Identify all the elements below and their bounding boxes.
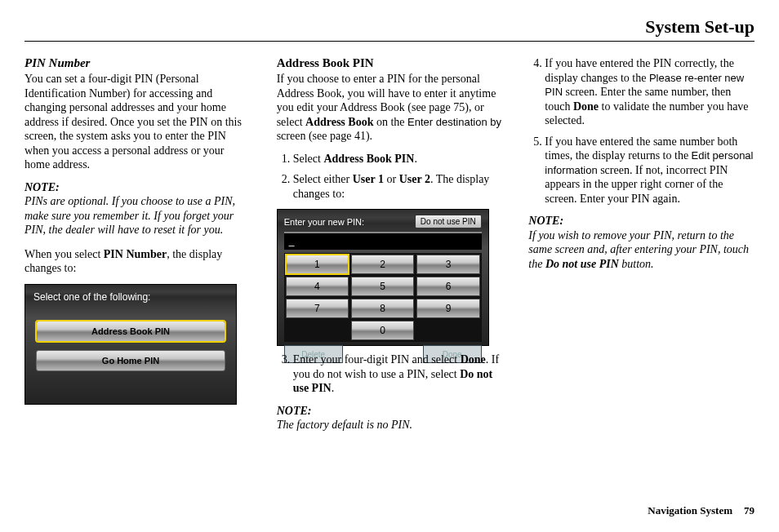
text: button. (619, 258, 654, 270)
key-2[interactable]: 2 (351, 255, 414, 274)
step-5: If you have entered the same number both… (545, 135, 755, 206)
key-1[interactable]: 1 (286, 255, 349, 274)
step-3: Enter your four-digit PIN and select Don… (293, 352, 503, 396)
user1-bold: User 1 (353, 173, 384, 185)
key-5[interactable]: 5 (351, 277, 414, 296)
screenshot-enter-pin: Enter your new PIN: Do not use PIN _ 1 2… (277, 209, 489, 346)
done-bold-2: Done (573, 100, 599, 113)
screen1-prompt: Select one of the following: (33, 291, 228, 303)
text: or (384, 173, 399, 185)
text: on the (373, 116, 407, 128)
text: Enter your four-digit PIN and select (293, 353, 461, 366)
pin-entry-field[interactable]: _ (284, 232, 482, 250)
text: Select either (293, 173, 353, 185)
steps-list-2: Enter your four-digit PIN and select Don… (277, 352, 503, 396)
note-label-2: NOTE: (277, 404, 503, 419)
step-2: Select either User 1 or User 2. The disp… (293, 172, 503, 201)
enter-destination-label: Enter destination by (407, 116, 501, 128)
text: When you select (24, 248, 104, 260)
page-footer: Navigation System 79 (24, 504, 755, 517)
step1-bold: Address Book PIN (323, 153, 414, 165)
screen2-prompt: Enter your new PIN: (284, 217, 364, 227)
column-3: If you have entered the PIN correctly, t… (528, 56, 755, 499)
column-1: PIN Number You can set a four-digit PIN … (24, 56, 251, 499)
content-columns: PIN Number You can set a four-digit PIN … (24, 56, 755, 499)
key-0[interactable]: 0 (351, 321, 414, 340)
steps-list-1: Select Address Book PIN. Select either U… (277, 152, 503, 202)
key-7[interactable]: 7 (286, 299, 349, 318)
user2-bold: User 2 (399, 173, 430, 185)
note-label-3: NOTE: (528, 214, 755, 228)
pin-number-intro: You can set a four-digit PIN (Personal I… (24, 72, 251, 172)
address-book-bold: Address Book (305, 116, 373, 128)
step-4: If you have entered the PIN correctly, t… (545, 56, 755, 128)
note-label: NOTE: (24, 180, 251, 195)
address-book-pin-button[interactable]: Address Book PIN (36, 321, 225, 342)
page-number: 79 (744, 504, 755, 517)
column-2: Address Book PIN If you choose to enter … (277, 56, 503, 499)
key-3[interactable]: 3 (416, 255, 479, 274)
note-body-2: The factory default is no PIN. (277, 418, 503, 432)
page-title: System Set-up (24, 16, 755, 42)
donotusepin-bold-2: Do not use PIN (545, 258, 619, 270)
screenshot-select-pin: Select one of the following: Address Boo… (24, 284, 237, 405)
step-1: Select Address Book PIN. (293, 152, 503, 166)
footer-label: Navigation System (648, 504, 732, 517)
key-9[interactable]: 9 (416, 299, 479, 318)
pin-number-transition: When you select PIN Number, the display … (24, 247, 251, 276)
text: . (414, 153, 417, 165)
address-book-pin-intro: If you choose to enter a PIN for the per… (277, 72, 503, 144)
note-body-1: PINs are optional. If you choose to use … (24, 194, 251, 237)
keypad: 1 2 3 4 5 6 7 8 9 0 (284, 253, 482, 342)
key-4[interactable]: 4 (286, 277, 349, 296)
key-6[interactable]: 6 (416, 277, 479, 296)
go-home-pin-button[interactable]: Go Home PIN (36, 350, 225, 371)
text: screen (see page 41). (277, 130, 372, 142)
text: Select (293, 153, 324, 165)
do-not-use-pin-button[interactable]: Do not use PIN (415, 215, 482, 228)
text: . (332, 382, 335, 394)
done-bold: Done (461, 353, 486, 366)
note-body-3: If you wish to remove your PIN, return t… (528, 228, 755, 272)
address-book-pin-heading: Address Book PIN (277, 56, 503, 70)
key-8[interactable]: 8 (351, 299, 414, 318)
pin-number-heading: PIN Number (24, 56, 251, 70)
steps-list-3: If you have entered the PIN correctly, t… (528, 56, 755, 206)
pin-number-bold: PIN Number (104, 248, 167, 260)
